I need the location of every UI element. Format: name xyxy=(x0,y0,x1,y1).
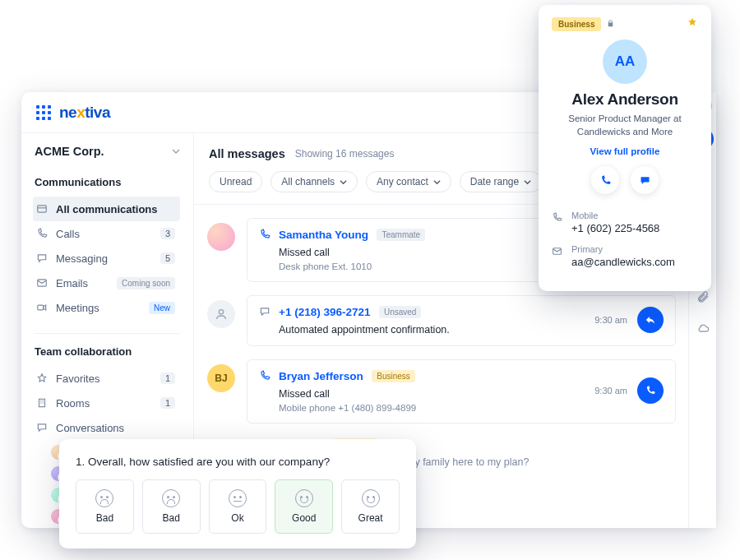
sidebar-item-calls[interactable]: Calls 3 xyxy=(33,221,180,246)
chevron-down-icon xyxy=(340,178,347,186)
profile-email-field: Primary aa@candlewicks.com xyxy=(552,244,698,268)
pill-badge: New xyxy=(149,302,175,314)
tag: Unsaved xyxy=(379,306,421,318)
pill-badge: Coming soon xyxy=(117,277,175,289)
filter-contact[interactable]: Any contact xyxy=(366,171,451,192)
call-button[interactable] xyxy=(637,377,664,404)
svg-point-6 xyxy=(219,310,223,314)
chat-icon xyxy=(259,306,271,321)
timestamp: 9:30 am xyxy=(594,315,627,325)
building-icon xyxy=(35,397,49,409)
survey-question: 1. Overall, how satisfied are you with o… xyxy=(76,456,400,468)
mail-icon xyxy=(552,245,567,260)
survey-option-bad[interactable]: Bad xyxy=(76,479,134,534)
sidebar-item-meetings[interactable]: Meetings New xyxy=(33,295,180,320)
count-badge: 5 xyxy=(160,252,175,264)
profile-mobile-field: Mobile +1 (602) 225-4568 xyxy=(552,211,698,234)
tag: Business xyxy=(372,370,415,382)
sidebar-item-favorites[interactable]: Favorites 1 xyxy=(33,366,180,391)
profile-call-button[interactable] xyxy=(591,166,619,194)
contact-name[interactable]: Bryan Jefferson xyxy=(279,370,363,382)
profile-email-value[interactable]: aa@candlewicks.com xyxy=(571,256,675,268)
rail-cloud-icon[interactable] xyxy=(694,319,712,337)
phone-icon xyxy=(552,211,567,226)
star-icon[interactable] xyxy=(687,16,698,31)
svg-rect-4 xyxy=(38,305,44,310)
profile-card: Business AA Alex Anderson Senior Product… xyxy=(539,5,711,291)
count-badge: 3 xyxy=(160,228,175,239)
star-icon xyxy=(35,373,49,384)
chevron-down-icon xyxy=(172,147,180,155)
avatar: BJ xyxy=(207,364,235,392)
tag: Teammate xyxy=(377,229,425,241)
sidebar-item-rooms[interactable]: Rooms 1 xyxy=(33,391,180,415)
contact-name[interactable]: +1 (218) 396-2721 xyxy=(279,306,370,318)
message-row[interactable]: +1 (218) 396-2721 Unsaved Automated appo… xyxy=(207,295,676,346)
profile-avatar: AA xyxy=(603,39,647,84)
lock-icon xyxy=(606,16,615,31)
profile-message-button[interactable] xyxy=(631,166,659,194)
profile-badge: Business xyxy=(552,17,601,31)
section-team: Team collaboration xyxy=(35,345,180,358)
sidebar-item-messaging[interactable]: Messaging 5 xyxy=(33,246,180,271)
filter-date[interactable]: Date range xyxy=(460,171,542,192)
phone-icon xyxy=(259,229,271,243)
message-summary: Missed call xyxy=(279,388,594,400)
survey-option-ok[interactable]: Ok xyxy=(209,479,267,534)
profile-name: Alex Anderson xyxy=(552,90,698,109)
sidebar-item-conversations[interactable]: Conversations xyxy=(33,415,180,440)
message-summary: Automated appointment confirmation. xyxy=(279,324,594,336)
filter-channels[interactable]: All channels xyxy=(271,171,358,192)
app-grid-icon[interactable] xyxy=(36,105,51,120)
message-detail: Mobile phone +1 (480) 899-4899 xyxy=(279,403,594,413)
survey-option-good[interactable]: Good xyxy=(275,479,333,534)
contact-name[interactable]: Samantha Young xyxy=(279,229,368,241)
survey-option-bad2[interactable]: Bad xyxy=(142,479,201,534)
inbox-icon xyxy=(35,203,49,215)
svg-rect-2 xyxy=(38,206,47,212)
reply-button[interactable] xyxy=(637,307,664,333)
mail-icon xyxy=(35,277,49,289)
avatar xyxy=(207,223,235,251)
survey-card: 1. Overall, how satisfied are you with o… xyxy=(59,439,416,548)
sidebar-item-emails[interactable]: Emails Coming soon xyxy=(33,271,180,295)
view-profile-link[interactable]: View full profile xyxy=(552,146,698,156)
brand-logo: nextiva xyxy=(59,104,110,122)
count-badge: 1 xyxy=(160,397,175,409)
avatar xyxy=(207,300,235,328)
org-selector[interactable]: ACME Corp. xyxy=(35,145,180,158)
chevron-down-icon xyxy=(524,178,531,186)
section-communications: Communications xyxy=(35,176,180,188)
video-icon xyxy=(35,302,49,313)
timestamp: 9:30 am xyxy=(594,386,627,396)
chat-icon xyxy=(35,252,49,264)
main-title: All messages xyxy=(209,147,285,160)
profile-mobile-value[interactable]: +1 (602) 225-4568 xyxy=(571,222,659,234)
chat-icon xyxy=(35,422,49,433)
main-subtitle: Showing 16 messages xyxy=(295,148,395,160)
survey-options: Bad Bad Ok Good Great xyxy=(76,479,400,534)
user-icon xyxy=(215,308,228,321)
filter-unread[interactable]: Unread xyxy=(209,171,262,192)
svg-rect-5 xyxy=(39,399,45,406)
survey-option-great[interactable]: Great xyxy=(341,479,400,534)
profile-role: Senior Product Manager at Candlewicks an… xyxy=(552,113,698,138)
phone-icon xyxy=(259,370,271,385)
sidebar-item-all-communications[interactable]: All communications xyxy=(33,197,180,221)
count-badge: 1 xyxy=(160,373,175,384)
chevron-down-icon xyxy=(433,178,441,186)
message-row[interactable]: BJ Bryan Jefferson Business Missed call … xyxy=(207,359,676,423)
phone-icon xyxy=(35,228,49,239)
